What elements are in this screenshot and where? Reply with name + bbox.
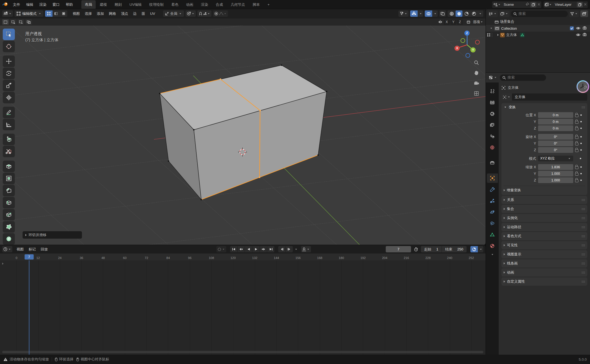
- animate-dot[interactable]: [580, 143, 582, 144]
- timeline-menu-item[interactable]: 标记: [26, 246, 38, 253]
- tool-move[interactable]: [3, 56, 15, 67]
- workspace-tab[interactable]: 几何节点: [227, 0, 249, 9]
- panel-drag-handle[interactable]: [581, 253, 585, 256]
- outliner-row-cube-object[interactable]: 立方体: [486, 32, 590, 38]
- camera-view-button[interactable]: [472, 79, 481, 87]
- use-preview-range-button[interactable]: [414, 247, 418, 252]
- location-y-field[interactable]: 0 m: [538, 119, 573, 125]
- workspace-tab[interactable]: UV编辑: [126, 0, 145, 9]
- datablock-browse-button[interactable]: [501, 93, 512, 101]
- face-select-mode-button[interactable]: [60, 10, 67, 17]
- toggle-ortho-button[interactable]: [472, 89, 481, 98]
- mirror-y-button[interactable]: Y: [450, 20, 456, 25]
- workspace-tab[interactable]: 建模: [96, 0, 111, 9]
- topbar-menu-item[interactable]: 编辑: [23, 1, 36, 8]
- mirror-z-button[interactable]: Z: [457, 20, 463, 25]
- shading-rendered-button[interactable]: [470, 12, 477, 16]
- tab-physics[interactable]: [487, 207, 498, 217]
- mirror-x-button[interactable]: X: [444, 20, 450, 25]
- timeline-menu-item[interactable]: 视图: [14, 246, 26, 253]
- show-overlays-button[interactable]: [425, 10, 432, 17]
- auto-key-settings-dropdown[interactable]: [223, 249, 224, 250]
- outliner-row-collection[interactable]: Collection: [486, 25, 590, 32]
- mode-dropdown[interactable]: 编辑模式: [15, 10, 43, 17]
- panel-drag-handle[interactable]: [581, 280, 585, 283]
- scale-y-field[interactable]: 1.000: [538, 171, 573, 177]
- gizmo-y-axis[interactable]: Y: [470, 47, 476, 53]
- tab-strip-overflow-icon[interactable]: [492, 254, 493, 255]
- lock-icon[interactable]: [575, 128, 578, 130]
- next-keyframe-button[interactable]: [260, 246, 267, 252]
- auto-key-record-button[interactable]: [217, 247, 221, 251]
- tool-cut[interactable]: [3, 146, 15, 157]
- animate-dot[interactable]: [580, 180, 582, 181]
- viewport-menu-item[interactable]: 选择: [82, 10, 94, 17]
- shading-settings-dropdown[interactable]: [478, 13, 483, 14]
- pivot-point-dropdown[interactable]: [186, 10, 196, 17]
- select-extend-mode-button[interactable]: [10, 19, 16, 25]
- collapsed-panel[interactable]: 运动路径: [501, 223, 587, 231]
- new-scene-button[interactable]: [530, 2, 536, 7]
- cube-mesh[interactable]: [159, 64, 327, 200]
- topbar-menu-item[interactable]: 渲染: [36, 1, 49, 8]
- panel-drag-handle[interactable]: [581, 208, 585, 210]
- viewport-canvas[interactable]: 用户透视 (7) 立方体 | 立方体: [0, 26, 486, 245]
- timeline-snap-button[interactable]: [302, 247, 306, 251]
- tool-select-box[interactable]: [3, 29, 15, 40]
- panel-drag-handle[interactable]: [581, 226, 585, 228]
- tool-add-cube[interactable]: [3, 134, 15, 145]
- end-frame-field[interactable]: 结束250: [442, 246, 467, 252]
- workspace-tab[interactable]: 脚本: [249, 0, 263, 9]
- workspace-tab[interactable]: 渲染: [197, 0, 212, 9]
- outliner-search-field[interactable]: 搜索: [511, 11, 568, 17]
- tab-particles[interactable]: [487, 196, 498, 205]
- jump-to-start-button[interactable]: [230, 246, 237, 252]
- collapse-icon[interactable]: [490, 28, 492, 29]
- new-collection-button[interactable]: [580, 10, 588, 17]
- disable-in-renders-icon[interactable]: [583, 26, 587, 31]
- viewport-menu-item[interactable]: 添加: [94, 10, 106, 17]
- visibility-dropdown[interactable]: [398, 10, 409, 17]
- tool-loop-cut[interactable]: [3, 197, 15, 208]
- rotation-z-field[interactable]: 0°: [538, 147, 573, 153]
- vertex-select-mode-button[interactable]: [45, 10, 53, 17]
- pin-icon[interactable]: [526, 2, 529, 7]
- tab-collection[interactable]: [487, 158, 498, 167]
- lock-icon[interactable]: [575, 180, 578, 182]
- select-set-mode-button[interactable]: [2, 19, 9, 25]
- select-intersect-mode-button[interactable]: [25, 19, 32, 25]
- workspace-tab[interactable]: 着色: [168, 0, 182, 9]
- tab-object-data[interactable]: [487, 230, 498, 239]
- gizmo-x-axis[interactable]: X: [454, 46, 460, 51]
- collapsed-panel[interactable]: 自定义属性: [501, 277, 587, 286]
- new-view-layer-button[interactable]: [577, 2, 583, 7]
- collapsed-panel[interactable]: 实例化: [501, 214, 587, 222]
- gizmo-z-axis[interactable]: Z: [464, 31, 470, 36]
- panel-drag-handle[interactable]: [581, 271, 585, 274]
- timeline-editor-type-button[interactable]: [2, 246, 12, 252]
- delta-transform-subpanel[interactable]: 增量变换: [504, 186, 585, 193]
- gizmo-settings-dropdown[interactable]: [418, 13, 423, 14]
- disable-in-renders-icon[interactable]: [583, 33, 587, 37]
- timeline-snap-dropdown[interactable]: [307, 249, 309, 250]
- viewport-menu-item[interactable]: 边: [131, 10, 139, 17]
- workspace-tab[interactable]: 合成: [212, 0, 227, 9]
- collapsed-panel[interactable]: 线条画: [501, 259, 587, 268]
- remove-view-layer-icon[interactable]: [584, 2, 587, 7]
- panel-drag-handle[interactable]: [581, 106, 585, 109]
- tool-annotate[interactable]: [3, 107, 15, 118]
- scale-x-field[interactable]: 1.836: [538, 164, 573, 170]
- tool-knife[interactable]: [3, 209, 15, 220]
- tool-bevel[interactable]: [3, 185, 15, 196]
- workspace-tab[interactable]: 纹理绘制: [146, 0, 167, 9]
- expand-icon[interactable]: [497, 34, 499, 36]
- animate-dot[interactable]: [580, 158, 581, 159]
- jump-to-end-button[interactable]: [267, 246, 274, 252]
- tool-extrude-region[interactable]: [3, 161, 15, 172]
- viewport-menu-item[interactable]: 顶点: [118, 10, 131, 17]
- tab-constraints[interactable]: [487, 219, 498, 228]
- tool-poly-build[interactable]: [3, 221, 15, 233]
- animate-dot[interactable]: [580, 114, 582, 116]
- pin-id-icon[interactable]: [583, 86, 587, 90]
- outliner-display-mode-dropdown[interactable]: [488, 11, 498, 17]
